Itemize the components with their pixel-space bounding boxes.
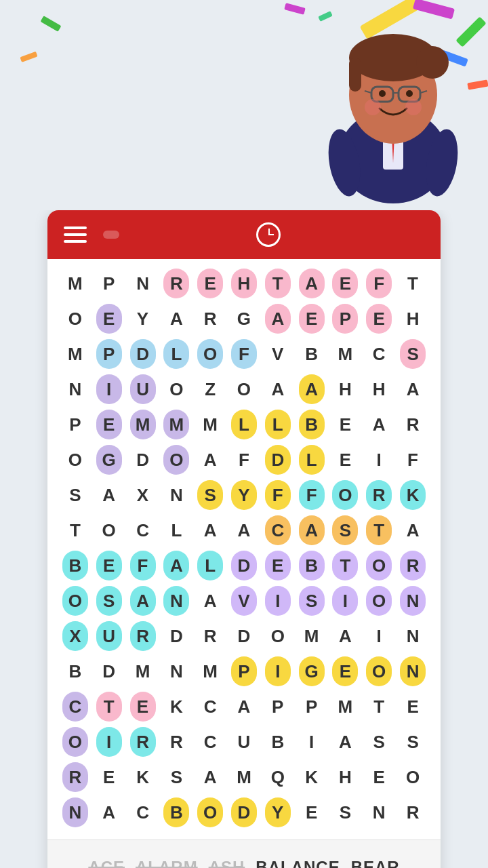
grid-cell[interactable]: A — [92, 795, 126, 830]
grid-cell[interactable]: S — [58, 477, 92, 513]
grid-cell[interactable]: E — [92, 548, 126, 583]
grid-cell[interactable]: F — [227, 336, 261, 372]
grid-cell[interactable]: E — [295, 301, 329, 336]
grid-cell[interactable]: P — [329, 301, 363, 336]
grid-cell[interactable]: E — [362, 301, 396, 336]
grid-cell[interactable]: E — [193, 266, 227, 301]
grid-cell[interactable]: E — [362, 760, 396, 795]
grid-cell[interactable]: I — [329, 583, 363, 618]
grid-cell[interactable]: A — [92, 477, 126, 513]
grid-cell[interactable]: C — [58, 689, 92, 724]
grid-cell[interactable]: B — [295, 407, 329, 442]
grid-cell[interactable]: L — [261, 407, 295, 442]
grid-cell[interactable]: M — [329, 689, 363, 724]
grid-cell[interactable]: I — [92, 372, 126, 407]
grid-cell[interactable]: F — [227, 442, 261, 477]
grid-cell[interactable]: R — [362, 477, 396, 513]
grid-cell[interactable]: H — [227, 266, 261, 301]
grid-cell[interactable]: O — [362, 583, 396, 618]
grid-cell[interactable]: B — [58, 548, 92, 583]
grid-cell[interactable]: F — [295, 477, 329, 513]
grid-cell[interactable]: G — [227, 301, 261, 336]
grid-cell[interactable]: F — [261, 477, 295, 513]
grid-cell[interactable]: Z — [193, 372, 227, 407]
grid-cell[interactable]: D — [227, 618, 261, 654]
grid-cell[interactable]: N — [159, 477, 193, 513]
grid-cell[interactable]: K — [295, 760, 329, 795]
grid-cell[interactable]: O — [329, 477, 363, 513]
grid-cell[interactable]: I — [261, 583, 295, 618]
grid-cell[interactable]: H — [396, 301, 430, 336]
grid-cell[interactable]: T — [92, 689, 126, 724]
grid-cell[interactable]: V — [261, 336, 295, 372]
grid-cell[interactable]: O — [362, 548, 396, 583]
grid-cell[interactable]: A — [193, 760, 227, 795]
grid-cell[interactable]: V — [227, 583, 261, 618]
grid-cell[interactable]: S — [329, 795, 363, 830]
grid-cell[interactable]: S — [396, 336, 430, 372]
grid-cell[interactable]: O — [58, 301, 92, 336]
grid-cell[interactable]: A — [261, 372, 295, 407]
grid-cell[interactable]: E — [92, 407, 126, 442]
grid-cell[interactable]: D — [159, 618, 193, 654]
grid-cell[interactable]: N — [396, 583, 430, 618]
grid-cell[interactable]: D — [261, 442, 295, 477]
grid-cell[interactable]: A — [126, 583, 160, 618]
grid-cell[interactable]: N — [58, 795, 92, 830]
grid-cell[interactable]: K — [126, 760, 160, 795]
grid-cell[interactable]: D — [227, 795, 261, 830]
grid-cell[interactable]: R — [396, 548, 430, 583]
grid-cell[interactable]: E — [396, 689, 430, 724]
grid-cell[interactable]: S — [396, 724, 430, 760]
grid-cell[interactable]: M — [58, 336, 92, 372]
grid-cell[interactable]: A — [227, 689, 261, 724]
grid-cell[interactable]: A — [295, 372, 329, 407]
grid-cell[interactable]: T — [329, 548, 363, 583]
grid-cell[interactable]: R — [396, 407, 430, 442]
grid-cell[interactable]: L — [193, 548, 227, 583]
grid-cell[interactable]: D — [92, 654, 126, 689]
grid-cell[interactable]: B — [295, 548, 329, 583]
grid-cell[interactable]: I — [295, 724, 329, 760]
grid-cell[interactable]: D — [126, 442, 160, 477]
grid-cell[interactable]: N — [362, 795, 396, 830]
grid-cell[interactable]: C — [261, 513, 295, 548]
grid-cell[interactable]: O — [58, 724, 92, 760]
grid-cell[interactable]: B — [58, 654, 92, 689]
grid-cell[interactable]: S — [295, 583, 329, 618]
grid-cell[interactable]: A — [159, 548, 193, 583]
grid-cell[interactable]: A — [227, 513, 261, 548]
grid-cell[interactable]: M — [193, 654, 227, 689]
grid-cell[interactable]: A — [193, 513, 227, 548]
grid-cell[interactable]: A — [396, 372, 430, 407]
grid-cell[interactable]: K — [159, 689, 193, 724]
grid-cell[interactable]: L — [295, 442, 329, 477]
grid-cell[interactable]: I — [362, 618, 396, 654]
grid-cell[interactable]: U — [92, 618, 126, 654]
grid-cell[interactable]: E — [329, 442, 363, 477]
grid-cell[interactable]: E — [126, 689, 160, 724]
grid-cell[interactable]: P — [261, 689, 295, 724]
grid-cell[interactable]: X — [58, 618, 92, 654]
grid-cell[interactable]: Y — [227, 477, 261, 513]
grid-cell[interactable]: Q — [261, 760, 295, 795]
grid-cell[interactable]: O — [193, 795, 227, 830]
grid-cell[interactable]: E — [329, 266, 363, 301]
grid-cell[interactable]: E — [92, 760, 126, 795]
grid-cell[interactable]: D — [227, 548, 261, 583]
grid-cell[interactable]: T — [362, 513, 396, 548]
grid-cell[interactable]: L — [159, 513, 193, 548]
grid-cell[interactable]: A — [159, 301, 193, 336]
grid-cell[interactable]: O — [396, 760, 430, 795]
letter-grid[interactable]: MPNREHTAEFTOEYARGAEPEHMPDLOFVBMCSNIUOZOA… — [58, 266, 430, 830]
grid-cell[interactable]: O — [58, 583, 92, 618]
grid-cell[interactable]: I — [92, 724, 126, 760]
grid-cell[interactable]: M — [58, 266, 92, 301]
grid-cell[interactable]: A — [193, 583, 227, 618]
grid-cell[interactable]: I — [261, 654, 295, 689]
grid-cell[interactable]: H — [329, 760, 363, 795]
grid-cell[interactable]: T — [362, 689, 396, 724]
grid-cell[interactable]: E — [92, 301, 126, 336]
grid-cell[interactable]: R — [396, 795, 430, 830]
grid-cell[interactable]: B — [295, 336, 329, 372]
